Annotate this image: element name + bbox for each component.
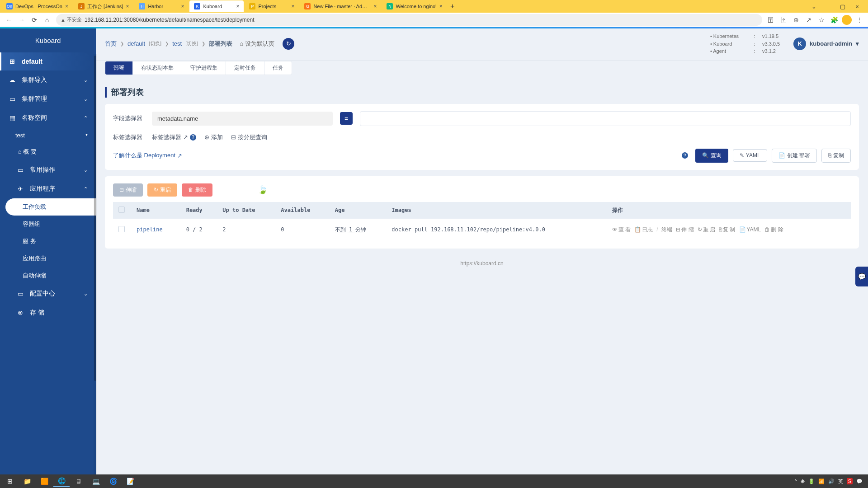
refresh-button[interactable]: ↻ — [283, 38, 294, 50]
delete-action[interactable]: 🗑 删 除 — [764, 225, 783, 235]
back-icon[interactable]: ← — [4, 14, 14, 25]
menu-icon[interactable]: ⋮ — [854, 16, 864, 23]
yaml-action[interactable]: 📄 YAML — [739, 225, 761, 235]
close-icon[interactable]: × — [291, 3, 294, 9]
sidebar-item-apps[interactable]: ✈应用程序⌃ — [0, 179, 96, 198]
sidebar-item-storage[interactable]: ⊜存 储 — [0, 303, 96, 322]
close-icon[interactable]: × — [439, 3, 443, 9]
wifi-icon[interactable]: 📶 — [818, 479, 825, 484]
volume-icon[interactable]: 🔊 — [828, 479, 835, 484]
breadcrumb-cluster[interactable]: default — [127, 40, 145, 47]
close-icon[interactable]: × — [181, 3, 184, 9]
chrome-icon[interactable]: 🌐 — [53, 475, 70, 487]
url-bar[interactable]: ▲ 不安全 192.168.11.201:30080/kubernetes/de… — [56, 14, 762, 26]
browser-tab[interactable]: J工作台 [Jenkins]× — [74, 0, 133, 12]
edge-icon[interactable]: 🌀 — [105, 475, 121, 487]
tab-cronjob[interactable]: 定时任务 — [226, 61, 264, 75]
browser-tab[interactable]: NWelcome to nginx!× — [382, 0, 447, 12]
ime-icon[interactable]: S — [847, 478, 853, 484]
sidebar-item-services[interactable]: 服 务 — [0, 233, 96, 250]
footer-link[interactable]: https://kuboard.cn — [105, 255, 859, 272]
tray-icon[interactable]: ❋ — [801, 479, 805, 484]
tab-statefulset[interactable]: 有状态副本集 — [133, 61, 182, 75]
layer-query-link[interactable]: ⊟ 按分层查询 — [231, 133, 267, 141]
query-button[interactable]: 🔍查询 — [695, 149, 728, 163]
home-icon[interactable]: ⌂ — [42, 14, 52, 25]
browser-tab[interactable]: HHarbor× — [134, 0, 189, 12]
browser-tab[interactable]: GNew File · master · Administr× — [300, 0, 381, 12]
close-icon[interactable]: × — [373, 3, 377, 9]
sidebar-item-cluster-manage[interactable]: ▭集群管理⌄ — [0, 89, 96, 108]
app-icon[interactable]: 🖥 — [71, 475, 87, 487]
system-tray[interactable]: ^ ❋ 🔋 📶 🔊 英 S 💬 — [794, 478, 866, 485]
sidebar-item-ingress[interactable]: 应用路由 — [0, 250, 96, 267]
sidebar-item-pods[interactable]: 容器组 — [0, 216, 96, 233]
deployment-name-link[interactable]: pipeline — [137, 226, 163, 233]
sidebar-item-namespace[interactable]: ▦名称空间⌃ — [0, 108, 96, 127]
close-icon[interactable]: × — [236, 3, 239, 9]
user-menu[interactable]: K kuboard-admin ▾ — [793, 38, 859, 50]
breadcrumb-home[interactable]: 首页 — [105, 40, 117, 48]
sidebar-item-default[interactable]: ⊞default — [0, 52, 91, 70]
bookmark-icon[interactable]: ☆ — [816, 16, 826, 23]
tab-job[interactable]: 任务 — [264, 61, 292, 75]
notifications-icon[interactable]: 💬 — [856, 479, 863, 484]
ide-icon[interactable]: 💻 — [88, 475, 104, 487]
close-icon[interactable]: × — [65, 3, 68, 9]
sidebar-item-overview[interactable]: ⌂ 概 要 — [0, 143, 96, 160]
close-icon[interactable]: × — [126, 3, 129, 9]
switch-link[interactable]: [切换] — [185, 40, 198, 47]
sidebar-item-config[interactable]: ▭配置中心⌄ — [0, 284, 96, 303]
browser-tab[interactable]: OnDevOps - ProcessOn× — [2, 0, 73, 12]
explorer-icon[interactable]: 📁 — [19, 475, 35, 487]
equals-button[interactable]: = — [340, 112, 353, 125]
chevron-down-icon[interactable]: ⌄ — [808, 3, 819, 10]
bulk-restart-button[interactable]: ↻ 重启 — [147, 183, 177, 197]
row-checkbox[interactable] — [118, 226, 125, 232]
sublime-icon[interactable]: 📝 — [122, 475, 138, 487]
help-icon[interactable]: ? — [682, 152, 688, 159]
chat-float-button[interactable]: 💬 — [855, 267, 868, 286]
maximize-icon[interactable]: ▢ — [837, 3, 848, 10]
reload-icon[interactable]: ⟳ — [29, 14, 40, 25]
sidebar-item-test[interactable]: test — [0, 127, 96, 143]
extensions-icon[interactable]: 🧩 — [829, 16, 839, 23]
yaml-button[interactable]: ✎YAML — [733, 149, 767, 162]
ime-icon[interactable]: 英 — [838, 478, 843, 485]
browser-tab[interactable]: PProjects× — [245, 0, 299, 12]
label-selector-link[interactable]: 标签选择器 ↗ ? — [152, 133, 196, 141]
new-tab-button[interactable]: + — [448, 2, 457, 11]
add-label-link[interactable]: ⊕ 添加 — [204, 133, 223, 141]
deployment-help-link[interactable]: 了解什么是 Deployment — [113, 151, 182, 160]
start-button[interactable]: ⊞ — [2, 475, 18, 487]
chevron-up-icon[interactable]: ^ — [794, 479, 797, 484]
logs-action[interactable]: 📋 日志 — [634, 225, 653, 235]
forward-icon[interactable]: → — [16, 14, 27, 25]
translate-icon[interactable]: 🀄︎ — [778, 16, 788, 23]
tab-daemonset[interactable]: 守护进程集 — [182, 61, 226, 75]
tab-deployment[interactable]: 部署 — [105, 61, 133, 75]
share-icon[interactable]: ↗ — [804, 16, 814, 23]
select-all-checkbox[interactable] — [118, 206, 125, 213]
scale-action[interactable]: ⊟ 伸 缩 — [676, 225, 693, 235]
bulk-scale-button[interactable]: ⊟ 伸缩 — [113, 183, 143, 197]
app-icon[interactable]: 🟧 — [36, 475, 52, 487]
sidebar-item-cluster-import[interactable]: ☁集群导入⌄ — [0, 70, 96, 89]
sidebar-item-common-ops[interactable]: ▭常用操作⌄ — [0, 160, 96, 179]
sidebar-scrollbar[interactable] — [94, 54, 97, 488]
view-action[interactable]: 👁 查 看 — [612, 225, 631, 235]
bulk-delete-button[interactable]: 🗑 删除 — [182, 183, 212, 197]
browser-tab-active[interactable]: KKuboard× — [189, 0, 244, 12]
copy-action[interactable]: ⎘ 复 制 — [719, 225, 735, 235]
zoom-icon[interactable]: ⊕ — [791, 16, 801, 23]
terminal-action[interactable]: 终端 — [661, 225, 672, 235]
close-icon[interactable]: × — [852, 3, 863, 10]
restart-action[interactable]: ↻ 重 启 — [698, 225, 715, 235]
field-selector-dropdown[interactable]: metadata.name — [152, 112, 333, 126]
sidebar-item-workloads[interactable]: 工作负载 — [5, 198, 96, 216]
field-value-input[interactable] — [360, 111, 851, 126]
set-default-link[interactable]: ⌂设为默认页 — [240, 40, 274, 48]
sidebar-item-hpa[interactable]: 自动伸缩 — [0, 267, 96, 284]
switch-link[interactable]: [切换] — [149, 40, 161, 47]
minimize-icon[interactable]: — — [823, 3, 834, 10]
